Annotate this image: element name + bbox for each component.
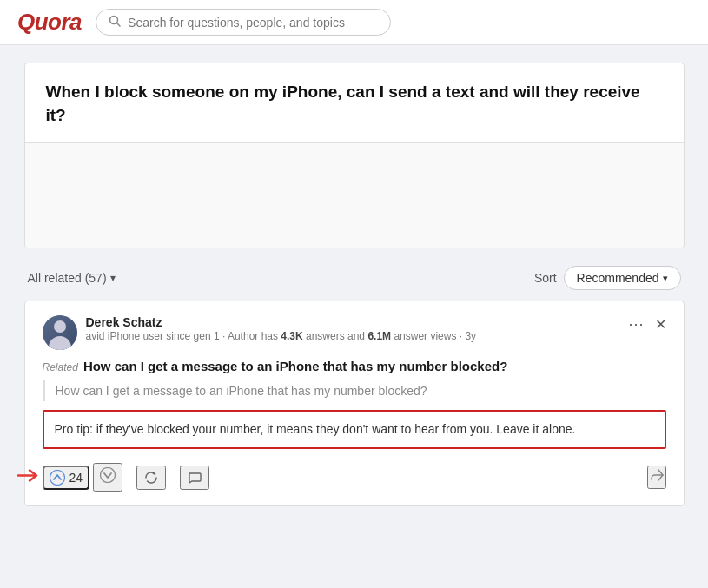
related-label: Related: [43, 361, 78, 373]
avatar-image: [43, 315, 77, 350]
sort-button[interactable]: Recommended ▾: [564, 266, 681, 290]
author-actions: ··· ✕: [628, 315, 665, 334]
pro-tip-text: Pro tip: if they've blocked your number,…: [55, 422, 576, 436]
sort-chevron-icon: ▾: [663, 273, 668, 284]
sort-section: Sort Recommended ▾: [534, 266, 681, 290]
search-input[interactable]: [128, 16, 378, 30]
actions-row: 24: [43, 461, 666, 492]
header: Quora: [0, 0, 708, 45]
answer-card: Derek Schatz avid iPhone user since gen …: [24, 301, 685, 506]
search-icon: [109, 15, 121, 30]
search-bar[interactable]: [96, 9, 391, 36]
question-title: When I block someone on my iPhone, can I…: [46, 81, 663, 127]
filter-sort-bar: All related (57) ▾ Sort Recommended ▾: [24, 255, 685, 301]
all-related-label: All related (57): [28, 271, 107, 285]
share-icon: [649, 467, 665, 483]
question-card: When I block someone on my iPhone, can I…: [24, 63, 685, 248]
all-related-filter[interactable]: All related (57) ▾: [28, 271, 116, 285]
close-button[interactable]: ✕: [655, 316, 666, 333]
pro-tip-box: Pro tip: if they've blocked your number,…: [43, 410, 666, 449]
related-question-text[interactable]: How can I get a message to an iPhone tha…: [83, 359, 507, 373]
share-button[interactable]: [647, 466, 666, 489]
author-name[interactable]: Derek Schatz: [86, 315, 477, 329]
question-body-section: [25, 143, 684, 248]
author-meta: avid iPhone user since gen 1 · Author ha…: [86, 329, 477, 344]
downvote-button[interactable]: [93, 463, 122, 492]
upvote-icon: [50, 470, 65, 486]
svg-point-4: [101, 468, 116, 483]
logo[interactable]: Quora: [17, 9, 82, 36]
refresh-icon: [143, 470, 159, 486]
author-info: Derek Schatz avid iPhone user since gen …: [86, 315, 477, 344]
svg-point-3: [50, 470, 64, 485]
refresh-button[interactable]: [136, 466, 166, 490]
comment-button[interactable]: [180, 466, 209, 490]
question-title-section: When I block someone on my iPhone, can I…: [25, 63, 684, 143]
quote-block: How can I get a message to an iPhone tha…: [43, 380, 666, 401]
arrow-indicator: [17, 466, 41, 486]
vote-group: 24: [43, 463, 123, 492]
chevron-down-icon: ▾: [110, 272, 116, 284]
author-row: Derek Schatz avid iPhone user since gen …: [43, 315, 666, 350]
sort-value: Recommended: [577, 271, 659, 285]
upvote-count: 24: [69, 471, 83, 485]
quote-text: How can I get a message to an iPhone tha…: [56, 384, 427, 398]
more-options-button[interactable]: ···: [628, 315, 644, 334]
related-section: Related How can I get a message to an iP…: [43, 359, 666, 373]
author-left: Derek Schatz avid iPhone user since gen …: [43, 315, 477, 350]
comment-icon: [187, 470, 202, 486]
red-arrow-icon: [17, 466, 41, 484]
avatar: [43, 315, 77, 350]
sort-label: Sort: [534, 271, 557, 285]
svg-line-1: [117, 23, 121, 27]
downvote-icon: [100, 467, 116, 483]
main-content: When I block someone on my iPhone, can I…: [16, 63, 693, 506]
upvote-button[interactable]: 24: [43, 466, 90, 490]
